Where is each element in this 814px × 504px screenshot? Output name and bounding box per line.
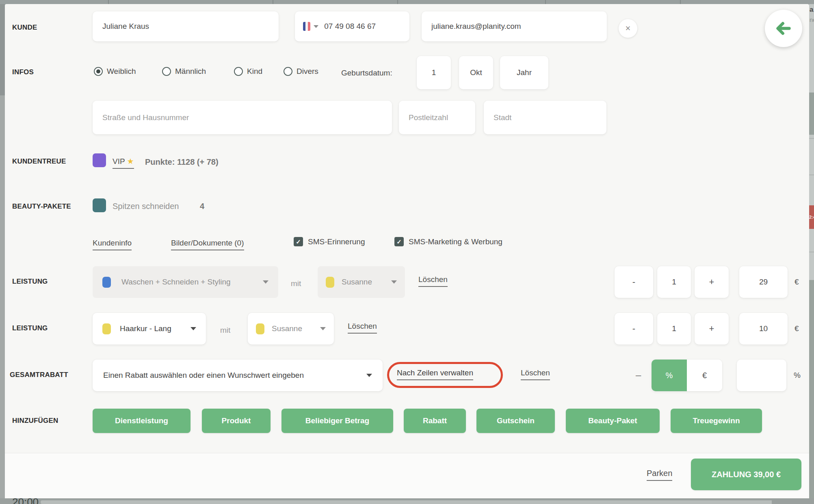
gender-label: Weiblich [107, 67, 136, 76]
chevron-down-icon [320, 327, 326, 330]
add-beauty-paket-button[interactable]: Beauty-Paket [566, 409, 660, 433]
service-name: Haarkur - Lang [120, 324, 191, 333]
price-input[interactable]: 29 [739, 266, 788, 298]
qty-value[interactable]: 1 [657, 266, 691, 298]
staff-name: Susanne [272, 324, 320, 333]
phone-input[interactable] [318, 11, 401, 41]
customer-name-input[interactable] [93, 11, 279, 41]
city-input[interactable] [484, 101, 606, 134]
staff-select[interactable]: Susanne [318, 266, 405, 298]
gender-option-kind[interactable]: Kind [234, 67, 262, 76]
back-button[interactable] [765, 10, 802, 47]
vip-link[interactable]: VIP ★ [113, 157, 134, 169]
calendar-column-divider [397, 0, 398, 4]
discount-minus: – [636, 369, 641, 381]
clear-customer-button[interactable]: × [619, 19, 637, 38]
qty-plus-button[interactable]: + [695, 313, 729, 345]
zip-input[interactable] [399, 101, 475, 134]
staff-name: Susanne [342, 278, 391, 286]
gender-label: Divers [297, 67, 318, 76]
discount-value-box [737, 360, 786, 391]
flag-france-icon[interactable] [303, 22, 310, 31]
birthdate-label: Geburtsdatum: [341, 69, 392, 78]
checkbox-checked-icon[interactable]: ✓ [394, 237, 404, 246]
qty-minus-button[interactable]: - [615, 313, 653, 345]
chevron-down-icon [191, 327, 196, 330]
chevron-down-icon [391, 280, 397, 284]
delete-service-link[interactable]: Löschen [348, 322, 377, 334]
add-dienstleistung-button[interactable]: Dienstleistung [93, 409, 191, 433]
staff-select[interactable]: Susanne [248, 313, 334, 345]
street-input[interactable] [93, 101, 392, 134]
background-text-fragment: ne [810, 16, 814, 23]
add-beliebiger-betrag-button[interactable]: Beliebiger Betrag [281, 409, 393, 433]
with-label: mit [291, 279, 301, 288]
staff-color-icon [256, 323, 264, 334]
loyalty-color-icon [93, 153, 106, 167]
sms-marketing-label: SMS-Marketing & Werbung [409, 237, 502, 246]
qty-plus-button[interactable]: + [695, 266, 729, 298]
price-input[interactable]: 10 [739, 313, 788, 345]
qty-minus-button[interactable]: - [615, 266, 653, 298]
sms-reminder-option[interactable]: ✓ SMS-Erinnerung [294, 237, 365, 246]
manage-by-lines-link[interactable]: Nach Zeilen verwalten [397, 368, 473, 380]
chevron-down-icon [366, 374, 372, 377]
discount-select[interactable]: Einen Rabatt auswählen oder einen Wunsch… [93, 360, 383, 391]
delete-service-link[interactable]: Löschen [418, 275, 448, 287]
infos-label: INFOS [12, 68, 34, 76]
percent-suffix-label: % [794, 371, 801, 380]
add-produkt-button[interactable]: Produkt [202, 409, 271, 433]
radio-button[interactable] [94, 67, 103, 76]
kundeninfo-link[interactable]: Kundeninfo [93, 239, 132, 250]
birthdate-year-field[interactable]: Jahr [500, 56, 548, 89]
sms-marketing-option[interactable]: ✓ SMS-Marketing & Werbung [394, 237, 502, 246]
beauty-pakete-label: BEAUTY-PAKETE [12, 202, 71, 211]
calendar-column-divider [108, 0, 109, 4]
package-name: Spitzen schneiden [113, 202, 179, 211]
bilder-dokumente-link[interactable]: Bilder/Dokumente (0) [171, 239, 244, 250]
delete-discount-link[interactable]: Löschen [521, 368, 550, 380]
service-select[interactable]: Haarkur - Lang [93, 313, 206, 345]
calendar-row-stripe [41, 500, 772, 504]
zahlung-button[interactable]: ZAHLUNG 39,00 € [691, 459, 801, 490]
calendar-column-divider [545, 0, 546, 4]
calendar-left-edge [0, 4, 5, 504]
discount-unit-toggle: % € [652, 360, 722, 391]
checkbox-checked-icon[interactable]: ✓ [294, 237, 303, 246]
hinzufuegen-label: HINZUFÜGEN [12, 417, 58, 425]
birthdate-month-field[interactable]: Okt [459, 56, 493, 89]
service-color-icon [102, 323, 111, 334]
customer-name-box [93, 11, 279, 41]
calendar-gridline [809, 138, 814, 139]
gender-option-maennlich[interactable]: Männlich [162, 67, 206, 76]
add-treuegewinn-button[interactable]: Treuegewinn [671, 409, 762, 433]
calendar-block [809, 93, 814, 135]
calendar-event-fragment: 2:4 [809, 205, 814, 229]
radio-button[interactable] [284, 67, 292, 76]
qty-value[interactable]: 1 [657, 313, 691, 345]
sms-reminder-label: SMS-Erinnerung [308, 237, 365, 246]
radio-button[interactable] [234, 67, 243, 76]
calendar-gridline [809, 252, 814, 252]
street-box [93, 101, 392, 134]
gender-option-weiblich[interactable]: Weiblich [94, 67, 136, 76]
gender-option-divers[interactable]: Divers [284, 67, 318, 76]
package-color-icon [93, 198, 106, 212]
add-gutschein-button[interactable]: Gutschein [476, 409, 555, 433]
zip-box [399, 101, 475, 134]
euro-toggle-button[interactable]: € [687, 360, 722, 391]
chevron-down-icon[interactable] [314, 25, 318, 28]
add-rabatt-button[interactable]: Rabatt [404, 409, 466, 433]
back-arrow-icon [775, 20, 792, 37]
phone-box [295, 11, 409, 41]
discount-value-input[interactable] [737, 360, 786, 391]
service-select[interactable]: Waschen + Schneiden + Styling [93, 266, 278, 298]
radio-button[interactable] [162, 67, 171, 76]
email-input[interactable] [422, 11, 607, 41]
percent-toggle-button[interactable]: % [652, 360, 687, 391]
parken-link[interactable]: Parken [647, 469, 672, 481]
kunde-label: KUNDE [12, 24, 37, 32]
calendar-column-divider [273, 0, 273, 4]
calendar-header-strip [0, 0, 814, 4]
birthdate-day-field[interactable]: 1 [417, 56, 451, 89]
